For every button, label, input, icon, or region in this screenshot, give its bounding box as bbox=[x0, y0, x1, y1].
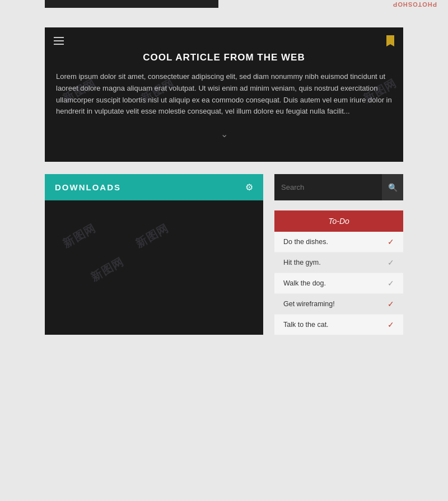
hamburger-icon[interactable] bbox=[54, 37, 64, 45]
chevron-down-icon[interactable]: ⌄ bbox=[45, 129, 403, 146]
todo-item[interactable]: Walk the dog.✓ bbox=[274, 273, 403, 294]
todo-item[interactable]: Talk to the cat.✓ bbox=[274, 315, 403, 335]
todo-item-label: Hit the gym. bbox=[283, 259, 321, 266]
todo-header: To-Do bbox=[274, 210, 403, 232]
article-card: 新图网 新图网 新图网 COOL ARTICLE FROM THE WEB Lo… bbox=[45, 27, 403, 162]
todo-item-label: Talk to the cat. bbox=[283, 321, 329, 329]
todo-item-check[interactable]: ✓ bbox=[388, 258, 394, 267]
downloads-header: DOWNLOADS ⚙ bbox=[45, 174, 263, 200]
watermark-overlay: 新图网 bbox=[133, 221, 171, 251]
todo-item-label: Do the dishes. bbox=[283, 238, 328, 246]
search-button[interactable]: 🔍 bbox=[382, 174, 403, 200]
todo-item-check[interactable]: ✓ bbox=[388, 320, 394, 329]
todo-item[interactable]: Get wireframing!✓ bbox=[274, 294, 403, 315]
downloads-card: DOWNLOADS ⚙ 新图网 新图网 新图网 bbox=[45, 174, 263, 335]
todo-list: Do the dishes.✓Hit the gym.✓Walk the dog… bbox=[274, 232, 403, 335]
todo-item-label: Get wireframing! bbox=[283, 300, 335, 308]
bookmark-icon[interactable] bbox=[386, 35, 394, 46]
todo-item-label: Walk the dog. bbox=[283, 279, 326, 287]
watermark-overlay: 新图网 bbox=[88, 254, 126, 285]
article-body: Lorem ipsum dolor sit amet, consectetuer… bbox=[45, 71, 403, 129]
article-title: COOL ARTICLE FROM THE WEB bbox=[45, 52, 403, 71]
todo-item-check[interactable]: ✓ bbox=[388, 237, 394, 246]
todo-item[interactable]: Hit the gym.✓ bbox=[274, 252, 403, 273]
article-header bbox=[45, 27, 403, 52]
todo-card: To-Do Do the dishes.✓Hit the gym.✓Walk t… bbox=[274, 210, 403, 335]
todo-item[interactable]: Do the dishes.✓ bbox=[274, 232, 403, 252]
todo-item-check[interactable]: ✓ bbox=[388, 279, 394, 288]
search-box: 🔍 bbox=[274, 174, 403, 200]
todo-title: To-Do bbox=[328, 217, 349, 226]
watermark-overlay: 新图网 bbox=[60, 221, 98, 251]
gear-icon[interactable]: ⚙ bbox=[245, 182, 253, 193]
bottom-section: DOWNLOADS ⚙ 新图网 新图网 新图网 🔍 To-Do Do the d… bbox=[45, 174, 403, 335]
todo-item-check[interactable]: ✓ bbox=[388, 299, 394, 308]
right-panel: 🔍 To-Do Do the dishes.✓Hit the gym.✓Walk… bbox=[274, 174, 403, 335]
downloads-body: 新图网 新图网 新图网 bbox=[45, 200, 263, 329]
photoshop-watermark: PHOTOSHOP bbox=[393, 1, 437, 8]
search-icon: 🔍 bbox=[388, 183, 398, 192]
search-input[interactable] bbox=[274, 174, 382, 200]
downloads-title: DOWNLOADS bbox=[55, 182, 121, 192]
